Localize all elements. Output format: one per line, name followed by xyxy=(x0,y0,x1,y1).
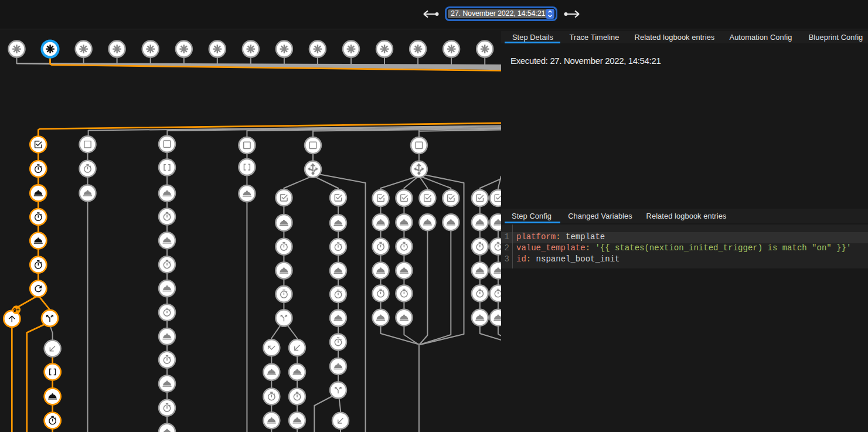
svg-text:9+: 9+ xyxy=(13,307,19,313)
